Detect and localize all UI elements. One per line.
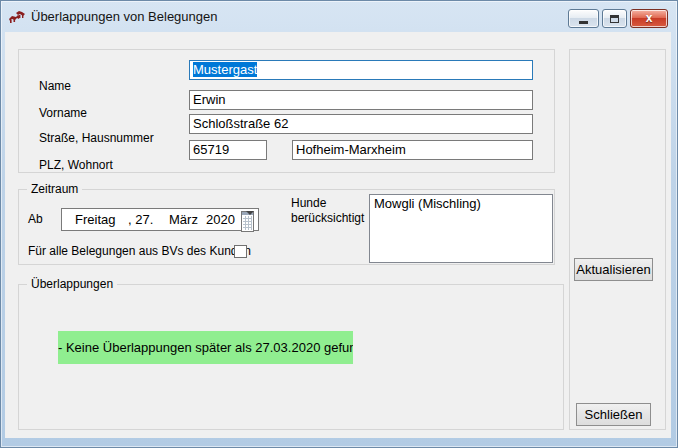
schliessen-button[interactable]: Schließen [576, 403, 651, 426]
actions-panel [569, 49, 666, 430]
close-button[interactable]: x [630, 9, 668, 28]
date-month: März [169, 209, 198, 230]
maximize-button[interactable] [602, 9, 627, 28]
hunde-label-line2: berücksichtigt [291, 211, 364, 225]
date-day: , 27. [128, 209, 153, 230]
vorname-label: Vorname [39, 106, 87, 120]
date-weekday: Freitag [75, 209, 115, 230]
date-picker[interactable]: Freitag , 27. März 2020 [61, 208, 259, 231]
strasse-label: Straße, Hausnummer [39, 131, 154, 145]
app-dogs-icon [8, 10, 26, 24]
hunde-label: Hundeberücksichtigt [291, 196, 369, 226]
address-panel: Name Vorname Straße, Hausnummer PLZ, Woh… [18, 49, 555, 173]
zeitraum-group-label: Zeitraum [27, 182, 82, 196]
no-overlaps-message: - Keine Überlappungen später als 27.03.2… [58, 331, 353, 364]
hunde-list-item[interactable]: Mowgli (Mischling) [370, 196, 552, 212]
minimize-button[interactable] [568, 9, 599, 28]
wohnort-input[interactable]: Hofheim-Marxheim [292, 140, 533, 160]
hunde-listbox[interactable]: Mowgli (Mischling) [369, 194, 553, 263]
ueberlappungen-group-label: Überlappungen [27, 277, 117, 291]
alle-belegungen-checkbox[interactable] [234, 245, 247, 258]
close-icon: x [646, 10, 653, 27]
date-picker-dropdown-button[interactable] [224, 211, 254, 228]
name-input-selected-text: Mustergast [193, 62, 257, 77]
window-title: Überlappungen von Belegungen [31, 1, 218, 32]
maximize-icon [610, 15, 619, 23]
vorname-input[interactable]: Erwin [189, 90, 533, 110]
title-bar[interactable]: Überlappungen von Belegungen x [1, 1, 678, 32]
chevron-down-icon [246, 211, 254, 232]
minimize-icon [579, 21, 588, 24]
hunde-label-line1: Hunde [291, 196, 326, 210]
name-label: Name [39, 79, 71, 93]
name-input[interactable]: Mustergast [189, 60, 533, 80]
strasse-input[interactable]: Schloßstraße 62 [189, 114, 533, 134]
plz-input[interactable]: 65719 [189, 140, 267, 160]
ab-label: Ab [28, 212, 43, 226]
dialog-client-area: Name Vorname Straße, Hausnummer PLZ, Woh… [5, 32, 671, 438]
plz-wohnort-label: PLZ, Wohnort [39, 158, 113, 172]
dialog-window: Überlappungen von Belegungen x Name Vorn… [0, 0, 678, 448]
aktualisieren-button[interactable]: Aktualisieren [574, 258, 653, 281]
alle-belegungen-label: Für alle Belegungen aus BVs des Kunden [28, 244, 251, 258]
